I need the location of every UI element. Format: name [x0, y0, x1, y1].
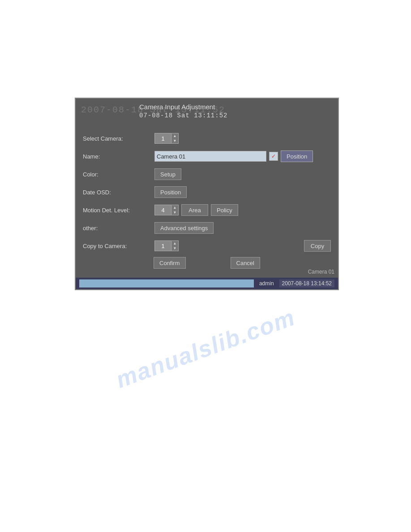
- color-row: Color: Setup: [83, 167, 331, 181]
- copy-to-value: 1: [155, 243, 171, 249]
- motion-up[interactable]: ▲: [171, 205, 178, 210]
- select-camera-row: Select Camera: 1 ▲ ▼: [83, 132, 331, 145]
- select-camera-up[interactable]: ▲: [171, 133, 178, 138]
- statusbar-left: [79, 279, 254, 287]
- other-label: other:: [83, 225, 154, 232]
- copy-to-controls: 1 ▲ ▼ Copy: [154, 240, 331, 252]
- motion-row: Motion Det. Level: 4 ▲ ▼ Area Policy: [83, 203, 331, 217]
- select-camera-arrows[interactable]: ▲ ▼: [171, 133, 178, 143]
- date-osd-row: Date OSD: Position: [83, 185, 331, 199]
- select-camera-label: Select Camera:: [83, 135, 154, 142]
- camera-input-dialog: 2007-08-18 Sat 13:11:52 Camera Input Adj…: [75, 98, 339, 290]
- copy-to-spinbox[interactable]: 1 ▲ ▼: [154, 240, 179, 251]
- motion-label: Motion Det. Level:: [83, 207, 154, 214]
- name-controls: ✓ Position: [154, 150, 331, 162]
- name-position-button[interactable]: Position: [281, 150, 313, 162]
- copy-to-row: Copy to Camera: 1 ▲ ▼ Copy: [83, 239, 331, 253]
- select-camera-down[interactable]: ▼: [171, 138, 178, 143]
- date-osd-controls: Position: [154, 186, 331, 198]
- date-osd-position-button[interactable]: Position: [154, 186, 187, 198]
- advanced-settings-button[interactable]: Advanced settings: [154, 222, 214, 234]
- statusbar-camera-overlay: Camera 01: [308, 269, 334, 275]
- title-row: 2007-08-18 Sat 13:11:52 Camera Input Adj…: [81, 103, 333, 125]
- area-button[interactable]: Area: [181, 204, 208, 216]
- select-camera-spinbox[interactable]: 1 ▲ ▼: [154, 133, 179, 144]
- copy-button[interactable]: Copy: [304, 240, 331, 252]
- statusbar-time: 2007-08-18 13:14:52: [279, 279, 334, 287]
- name-row: Name: ✓ Position: [83, 150, 331, 163]
- policy-button[interactable]: Policy: [211, 204, 238, 216]
- date-osd-label: Date OSD:: [83, 189, 154, 196]
- color-setup-button[interactable]: Setup: [154, 168, 181, 180]
- copy-to-arrows[interactable]: ▲ ▼: [171, 241, 178, 251]
- select-camera-controls: 1 ▲ ▼: [154, 133, 331, 144]
- other-row: other: Advanced settings: [83, 221, 331, 235]
- dialog-datetime: 07-08-18 Sat 13:11:52: [139, 112, 227, 119]
- other-controls: Advanced settings: [154, 222, 331, 234]
- motion-arrows[interactable]: ▲ ▼: [171, 205, 178, 215]
- confirm-button[interactable]: Confirm: [154, 257, 186, 269]
- statusbar: Camera 01 admin 2007-08-18 13:14:52: [76, 278, 338, 289]
- page: manualslib.com 2007-08-18 Sat 13:11:52 C…: [0, 0, 411, 532]
- statusbar-user: admin: [254, 280, 279, 287]
- cancel-button[interactable]: Cancel: [231, 257, 260, 269]
- watermark: manualslib.com: [112, 304, 299, 393]
- copy-to-label: Copy to Camera:: [83, 243, 154, 249]
- select-camera-value: 1: [155, 135, 171, 142]
- name-checkbox[interactable]: ✓: [269, 152, 278, 161]
- dialog-content: Select Camera: 1 ▲ ▼ Name: ✓: [76, 128, 338, 278]
- copy-to-up[interactable]: ▲: [171, 241, 178, 246]
- confirm-cancel-row: Confirm Cancel: [83, 257, 331, 269]
- motion-down[interactable]: ▼: [171, 210, 178, 215]
- copy-to-down[interactable]: ▼: [171, 246, 178, 251]
- motion-spinbox[interactable]: 4 ▲ ▼: [154, 205, 179, 215]
- color-controls: Setup: [154, 168, 331, 180]
- dialog-title-area: 2007-08-18 Sat 13:11:52 Camera Input Adj…: [76, 99, 338, 128]
- dialog-title: Camera Input Adjustment: [139, 103, 215, 111]
- name-label: Name:: [83, 153, 154, 160]
- motion-value: 4: [155, 207, 171, 214]
- color-label: Color:: [83, 171, 154, 178]
- motion-controls: 4 ▲ ▼ Area Policy: [154, 204, 331, 216]
- name-input[interactable]: [154, 151, 266, 162]
